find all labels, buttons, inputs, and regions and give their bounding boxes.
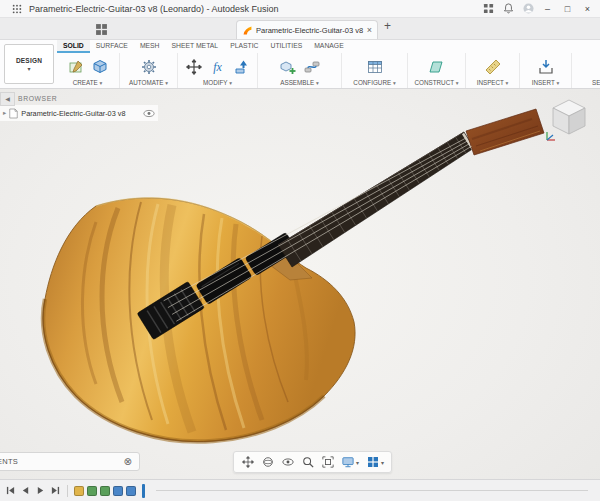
timeline-track[interactable]	[156, 490, 588, 491]
create-sketch-button[interactable]	[65, 55, 87, 79]
ribbon-group-assemble: ASSEMBLE ▾	[258, 53, 342, 88]
window-title: Parametric-Electric-Guitar-03 v8 (Leonar…	[29, 4, 279, 14]
ribbon-tab-sheet-metal[interactable]: SHEET METAL	[166, 39, 225, 53]
app-menu-icon[interactable]	[9, 2, 24, 15]
fit-view-icon[interactable]	[321, 456, 334, 469]
comments-close-icon[interactable]: ⊗	[124, 456, 132, 467]
group-label-insert[interactable]: INSERT ▾	[532, 79, 559, 88]
configuration-table-button[interactable]	[364, 55, 386, 79]
orbit-icon[interactable]	[261, 456, 274, 469]
joint-button[interactable]	[301, 55, 323, 79]
timeline-feature-sketch[interactable]	[74, 486, 84, 496]
ribbon-tab-surface[interactable]: SURFACE	[90, 39, 134, 53]
browser-collapse-icon[interactable]: ◀	[0, 92, 15, 106]
tab-close-icon[interactable]: ×	[367, 25, 372, 35]
chevron-down-icon[interactable]: ▾	[356, 459, 359, 466]
chevron-down-icon: ▾	[27, 65, 30, 72]
construction-plane-button[interactable]	[426, 55, 448, 79]
new-component-button[interactable]	[277, 55, 299, 79]
document-tab[interactable]: Parametric-Electric-Guitar-03 v8 ×	[236, 20, 378, 39]
timeline-skip-start-button[interactable]	[4, 485, 16, 497]
new-body-button[interactable]	[89, 55, 111, 79]
ribbon-tab-mesh[interactable]: MESH	[134, 39, 166, 53]
visibility-eye-icon[interactable]	[143, 109, 155, 118]
display-settings-icon[interactable]	[341, 456, 354, 469]
close-window-button[interactable]: ×	[579, 2, 596, 16]
ribbon-group-insert: INSERT ▾	[520, 53, 572, 88]
group-label-create[interactable]: CREATE ▾	[73, 79, 103, 88]
group-label-automate[interactable]: AUTOMATE ▾	[129, 79, 168, 88]
ribbon-group-select: SELECT ▾	[572, 53, 600, 88]
group-label-select[interactable]: SELECT ▾	[592, 79, 600, 88]
timeline-step-back-button[interactable]	[19, 485, 31, 497]
ribbon-tab-strip: SOLID SURFACE MESH SHEET METAL PLASTIC U…	[57, 39, 600, 53]
ribbon-tab-manage[interactable]: MANAGE	[308, 39, 349, 53]
ribbon-group-configure: CONFIGURE ▾	[342, 53, 408, 88]
select-button[interactable]	[596, 55, 600, 79]
chevron-down-icon: ▾	[165, 80, 168, 86]
document-tab-title: Parametric-Electric-Guitar-03 v8	[256, 26, 364, 35]
browser-panel: ◀ BROWSER ▸ Parametric-Electric-Guitar-0…	[0, 92, 158, 121]
navigation-bar: ▾ ▾	[233, 451, 392, 473]
change-parameters-button[interactable]: fx	[207, 55, 229, 79]
group-label-construct[interactable]: CONSTRUCT ▾	[415, 79, 459, 88]
chevron-down-icon: ▾	[556, 80, 559, 86]
maximize-button[interactable]: □	[559, 2, 576, 16]
timeline-bar	[0, 479, 600, 501]
insert-button[interactable]	[535, 55, 557, 79]
chevron-down-icon: ▾	[316, 80, 319, 86]
guitar-neck[interactable]	[278, 132, 474, 267]
press-pull-button[interactable]	[231, 55, 253, 79]
chevron-down-icon[interactable]: ▾	[381, 459, 384, 466]
ribbon-toolbar: DESIGN ▾ SOLID SURFACE MESH SHEET METAL …	[0, 39, 600, 89]
timeline-play-button[interactable]	[34, 485, 46, 497]
move-button[interactable]	[183, 55, 205, 79]
comments-panel-collapsed[interactable]: COMMENTS ⊗	[0, 452, 140, 471]
timeline-feature-fillet[interactable]	[126, 486, 136, 496]
grid-layout-icon[interactable]	[366, 456, 379, 469]
group-label-inspect[interactable]: INSPECT ▾	[477, 79, 509, 88]
ribbon-groups: CREATE ▾	[56, 53, 600, 88]
measure-button[interactable]	[482, 55, 504, 79]
fusion-logo-icon	[242, 25, 253, 36]
group-label-assemble[interactable]: ASSEMBLE ▾	[280, 79, 318, 88]
document-tab-bar: Parametric-Electric-Guitar-03 v8 × +	[0, 18, 600, 40]
chevron-down-icon: ▾	[393, 80, 396, 86]
timeline-feature-fillet[interactable]	[113, 486, 123, 496]
fusion-window: Parametric-Electric-Guitar-03 v8 (Leonar…	[0, 0, 600, 501]
workspace-selector[interactable]: DESIGN ▾	[4, 44, 54, 84]
comments-title: COMMENTS	[0, 457, 124, 466]
guitar-headstock[interactable]	[466, 109, 544, 155]
chevron-down-icon: ▾	[506, 80, 509, 86]
ribbon-group-automate: AUTOMATE ▾	[120, 53, 178, 88]
ribbon-tab-plastic[interactable]: PLASTIC	[224, 39, 264, 53]
timeline-feature-extrude[interactable]	[100, 486, 110, 496]
browser-title: BROWSER	[18, 95, 57, 102]
timeline-step-forward-button[interactable]	[49, 485, 61, 497]
timeline-position-marker[interactable]	[142, 484, 145, 498]
browser-document-row[interactable]: ▸ Parametric-Electric-Guitar-03 v8	[0, 105, 158, 121]
chevron-down-icon: ▾	[456, 80, 459, 86]
inbox-icon[interactable]	[481, 2, 496, 15]
divider	[67, 485, 68, 497]
minimize-button[interactable]: –	[539, 2, 556, 16]
data-panel-icon[interactable]	[95, 22, 109, 36]
ribbon-group-modify: fx MODIFY ▾	[178, 53, 258, 88]
browser-document-name: Parametric-Electric-Guitar-03 v8	[21, 109, 140, 118]
ribbon-tab-utilities[interactable]: UTILITIES	[264, 39, 308, 53]
group-label-modify[interactable]: MODIFY ▾	[203, 79, 232, 88]
ribbon-tab-solid[interactable]: SOLID	[57, 39, 90, 53]
group-label-configure[interactable]: CONFIGURE ▾	[353, 79, 395, 88]
look-at-icon[interactable]	[281, 456, 294, 469]
view-cube[interactable]	[544, 94, 594, 144]
zoom-icon[interactable]	[301, 456, 314, 469]
expand-arrow-icon[interactable]: ▸	[3, 109, 6, 117]
user-avatar[interactable]	[521, 2, 536, 15]
notifications-bell-icon[interactable]	[501, 2, 516, 15]
timeline-feature-extrude[interactable]	[87, 486, 97, 496]
ribbon-group-inspect: INSPECT ▾	[466, 53, 520, 88]
automate-gear-button[interactable]	[138, 55, 160, 79]
new-tab-button[interactable]: +	[384, 19, 391, 33]
pan-icon[interactable]	[241, 456, 254, 469]
title-bar: Parametric-Electric-Guitar-03 v8 (Leonar…	[0, 0, 600, 18]
